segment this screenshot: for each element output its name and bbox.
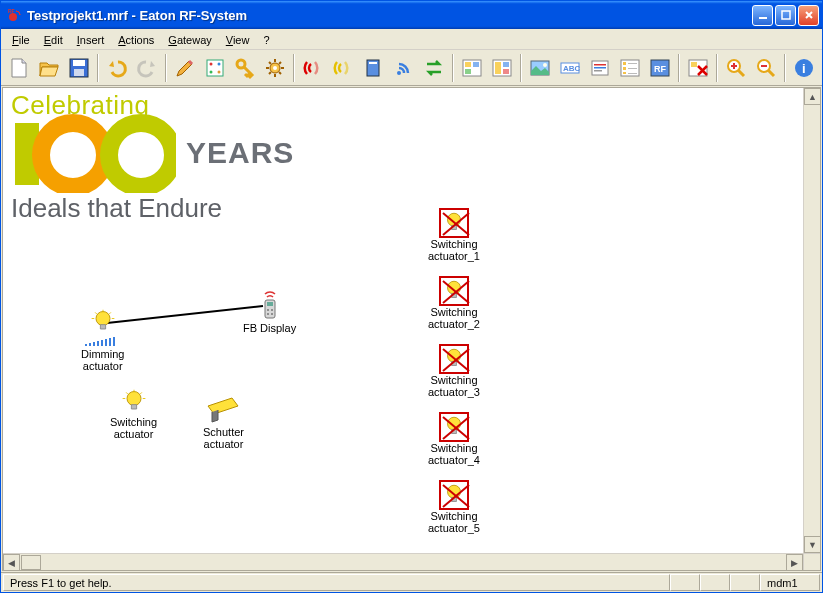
status-cell-2 [700,574,730,591]
svg-point-17 [397,71,401,75]
svg-point-70 [447,281,460,294]
node-label: Switching actuator [110,416,157,440]
zoom-out-button[interactable] [752,53,780,83]
node-label: Switching actuator_4 [428,442,480,466]
svg-rect-7 [207,60,223,76]
text-button[interactable] [586,53,614,83]
signal-yellow-button[interactable] [329,53,357,83]
menu-help[interactable]: ? [256,32,276,48]
separator [716,54,718,82]
open-button[interactable] [35,53,63,83]
node-switching-actuator-5[interactable]: Switching actuator_5 [428,480,480,534]
svg-rect-57 [97,341,99,346]
scroll-left-icon[interactable]: ◀ [3,554,20,571]
svg-rect-55 [89,343,91,346]
svg-point-65 [271,309,273,311]
window-title: Testprojekt1.mrf - Eaton RF-System [27,8,752,23]
node-label: FB Display [243,322,296,334]
menu-insert[interactable]: Insert [70,32,112,48]
logo: Celebrating YEARS Ideals that Endure [11,90,294,224]
node-switching-actuator-2[interactable]: Switching actuator_2 [428,276,480,330]
remove-button[interactable] [684,53,712,83]
crossed-bulb-icon [439,276,469,306]
maximize-button[interactable] [775,5,796,26]
list-button[interactable] [616,53,644,83]
svg-point-72 [447,417,460,430]
svg-rect-23 [495,62,501,74]
info-button[interactable]: i [790,53,818,83]
node-switching-actuator[interactable]: Switching actuator [110,388,157,440]
save-button[interactable] [65,53,93,83]
svg-point-67 [271,313,273,315]
svg-rect-60 [109,338,111,346]
title-bar: RF Testprojekt1.mrf - Eaton RF-System [1,1,822,29]
svg-point-0 [9,13,17,21]
bulb-icon [89,308,117,336]
svg-rect-39 [628,68,637,69]
status-hardware: mdm1 [760,574,820,591]
close-button[interactable] [798,5,819,26]
module1-button[interactable] [458,53,486,83]
separator [97,54,99,82]
svg-text:RF: RF [8,8,15,14]
svg-rect-5 [73,60,85,66]
node-dimming-actuator[interactable]: Dimming actuator [81,308,124,372]
remote-icon [256,288,284,320]
svg-rect-56 [93,342,95,346]
signal-red-button[interactable] [299,53,327,83]
node-fb-display[interactable]: FB Display [243,288,296,334]
toolbar: ABC RF i [1,50,822,86]
menu-edit[interactable]: Edit [37,32,70,48]
node-label: Dimming actuator [81,348,124,372]
main-window: RF Testprojekt1.mrf - Eaton RF-System Fi… [0,0,823,593]
node-label: Switching actuator_5 [428,510,480,534]
node-switching-actuator-1[interactable]: Switching actuator_1 [428,208,480,262]
vertical-scrollbar[interactable]: ▲ ▼ [803,88,820,553]
canvas[interactable]: Celebrating YEARS Ideals that Endure [3,88,820,570]
crossed-bulb-icon [439,208,469,238]
separator [678,54,680,82]
redo-button[interactable] [133,53,161,83]
node-switching-actuator-3[interactable]: Switching actuator_3 [428,344,480,398]
svg-text:i: i [802,61,806,76]
svg-point-66 [267,313,269,315]
book-button[interactable] [360,53,388,83]
node-switching-actuator-4[interactable]: Switching actuator_4 [428,412,480,466]
new-button[interactable] [5,53,33,83]
grid-button[interactable] [201,53,229,83]
key-button[interactable] [231,53,259,83]
status-hint: Press F1 to get help. [3,574,670,591]
svg-point-8 [210,62,213,65]
node-label: Schutter actuator [203,426,244,450]
transmit-button[interactable] [390,53,418,83]
minimize-button[interactable] [752,5,773,26]
horizontal-scrollbar[interactable]: ◀ ▶ [3,553,803,570]
module2-button[interactable] [488,53,516,83]
dimming-bars-icon [85,336,121,346]
svg-point-12 [237,60,245,68]
crossed-bulb-icon [439,412,469,442]
swap-button[interactable] [420,53,448,83]
status-bar: Press F1 to get help. mdm1 [1,572,822,592]
menu-actions[interactable]: Actions [111,32,161,48]
node-label: Switching actuator_1 [428,238,480,262]
node-shutter-actuator[interactable]: Schutter actuator [203,396,244,450]
zoom-in-button[interactable] [722,53,750,83]
rf-button[interactable]: RF [646,53,674,83]
menu-file[interactable]: File [5,32,37,48]
gear-button[interactable] [261,53,289,83]
undo-button[interactable] [103,53,131,83]
edit-button[interactable] [171,53,199,83]
picture-button[interactable] [526,53,554,83]
svg-point-68 [127,392,141,406]
scroll-down-icon[interactable]: ▼ [804,536,821,553]
svg-rect-6 [74,69,84,76]
menu-view[interactable]: View [219,32,257,48]
scroll-up-icon[interactable]: ▲ [804,88,821,105]
logo-tagline: Ideals that Endure [11,193,294,224]
scroll-thumb[interactable] [21,555,41,570]
label-button[interactable]: ABC [556,53,584,83]
menu-gateway[interactable]: Gateway [161,32,218,48]
scroll-right-icon[interactable]: ▶ [786,554,803,571]
separator [520,54,522,82]
